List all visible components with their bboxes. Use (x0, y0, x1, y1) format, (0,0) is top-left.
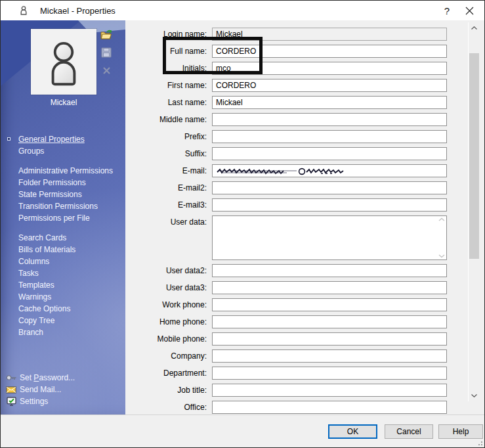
nav-item-label: Transition Permissions (18, 202, 98, 211)
delete-x-icon[interactable] (100, 64, 112, 76)
sidebar-item-groups[interactable]: Groups (1, 145, 125, 157)
field-label: Job title: (125, 384, 212, 397)
sidebar-item-columns[interactable]: Columns (1, 256, 125, 267)
chevron-down-icon (471, 394, 477, 397)
nav-item-label: Administrative Permissions (18, 166, 113, 175)
nav-item-label: Permissions per File (18, 213, 90, 223)
sidebar-item-warnings[interactable]: Warnings (1, 291, 125, 303)
nav-item-label: Folder Permissions (18, 178, 86, 187)
field-input[interactable] (212, 113, 447, 126)
nav-item-label: Search Cards (18, 233, 66, 242)
scroll-up-button[interactable] (469, 22, 480, 34)
form-row: Initials: (125, 62, 484, 75)
settings-action[interactable]: Settings (1, 395, 125, 407)
sidebar-item-folder-permissions[interactable]: Folder Permissions (1, 177, 125, 189)
person-avatar-icon (38, 36, 89, 87)
form-row: First name: (125, 79, 484, 92)
set-password-action[interactable]: Set Password... (1, 372, 125, 384)
title-bar: Mickael - Properties ? (1, 1, 484, 20)
field-label: E-mail3: (125, 198, 212, 212)
sidebar-item-administrative-permissions[interactable]: Administrative Permissions (1, 165, 125, 177)
form-row: Suffix: (125, 147, 484, 160)
set-password-label: Set Password... (20, 372, 75, 384)
field-input[interactable] (212, 384, 447, 397)
field-input[interactable] (212, 147, 447, 160)
field-input[interactable] (212, 264, 447, 277)
form-row: User data3: (125, 281, 484, 294)
sidebar-item-branch[interactable]: Branch (1, 326, 125, 338)
field-input-wrap (212, 198, 447, 212)
sidebar-item-transition-permissions[interactable]: Transition Permissions (1, 200, 125, 212)
avatar (31, 29, 96, 95)
sidebar-item-copy-tree[interactable]: Copy Tree (1, 315, 125, 326)
open-folder-icon[interactable] (100, 29, 112, 41)
form-row: User data2: (125, 264, 484, 277)
field-input-wrap (212, 349, 447, 363)
settings-label: Settings (20, 395, 48, 407)
nav-item-label: General Properties (18, 135, 85, 144)
field-input[interactable] (212, 96, 447, 109)
sidebar-item-state-permissions[interactable]: State Permissions (1, 189, 125, 200)
field-input[interactable] (212, 198, 447, 212)
field-input[interactable] (212, 349, 447, 363)
field-label: User data2: (125, 264, 212, 277)
form-row: Work phone: (125, 298, 484, 311)
sidebar-item-bills-of-materials[interactable]: Bills of Materials (1, 244, 125, 256)
sidebar-actions (100, 29, 114, 76)
field-input[interactable] (212, 315, 447, 328)
field-input-wrap (212, 332, 447, 346)
sidebar-item-templates[interactable]: Templates (1, 279, 125, 291)
field-input[interactable] (212, 181, 447, 194)
save-icon[interactable] (100, 47, 112, 58)
cancel-button[interactable]: Cancel (385, 424, 433, 439)
nav-item-label: State Permissions (18, 190, 82, 199)
sidebar-item-general-properties[interactable]: General Properties (1, 133, 125, 145)
field-input[interactable] (212, 45, 447, 58)
nav-item-label: Branch (18, 328, 43, 337)
field-input-wrap (212, 164, 447, 177)
field-label: E-mail2: (125, 181, 212, 194)
field-input[interactable] (212, 367, 447, 380)
field-input-wrap (212, 130, 447, 143)
field-input-wrap (212, 384, 447, 397)
textarea-scrollbar[interactable] (436, 217, 445, 259)
field-input[interactable] (212, 28, 447, 41)
sidebar-item-search-cards[interactable]: Search Cards (1, 232, 125, 244)
field-input[interactable] (212, 401, 447, 414)
field-input[interactable] (212, 332, 447, 346)
form-row: Last name: (125, 96, 484, 109)
nav-item-label: Cache Options (18, 304, 70, 313)
close-button[interactable] (458, 1, 480, 20)
ok-button[interactable]: OK (328, 424, 377, 439)
scrollbar[interactable] (468, 22, 479, 401)
mail-icon (5, 384, 17, 395)
form-row: User data: (125, 215, 484, 260)
form-row: Company: (125, 349, 484, 363)
help-button-footer[interactable]: Help (438, 424, 483, 439)
field-input[interactable] (212, 62, 447, 75)
field-input[interactable] (212, 215, 447, 260)
scroll-down-button[interactable] (469, 390, 480, 401)
sidebar-item-cache-options[interactable]: Cache Options (1, 303, 125, 315)
form-row: Home phone: (125, 315, 484, 328)
field-input-wrap (212, 147, 447, 160)
field-input[interactable] (212, 281, 447, 294)
form-row: Prefix: (125, 130, 484, 143)
field-input-wrap (212, 62, 447, 75)
field-input[interactable] (212, 298, 447, 311)
field-input[interactable] (212, 130, 447, 143)
sidebar-item-permissions-per-file[interactable]: Permissions per File (1, 212, 125, 224)
key-icon (5, 372, 17, 383)
field-input-wrap (212, 28, 447, 41)
sidebar-item-tasks[interactable]: Tasks (1, 267, 125, 279)
help-button[interactable]: ? (436, 1, 458, 20)
field-input[interactable] (212, 79, 447, 92)
send-mail-action[interactable]: Send Mail... (1, 384, 125, 395)
scroll-thumb[interactable] (469, 53, 479, 259)
resize-grip[interactable] (476, 439, 482, 445)
nav-item-label: Columns (18, 257, 49, 266)
settings-monitor-icon (5, 396, 17, 407)
form-row: E-mail: (125, 164, 484, 177)
field-input[interactable] (212, 164, 447, 177)
field-input-wrap (212, 367, 447, 380)
